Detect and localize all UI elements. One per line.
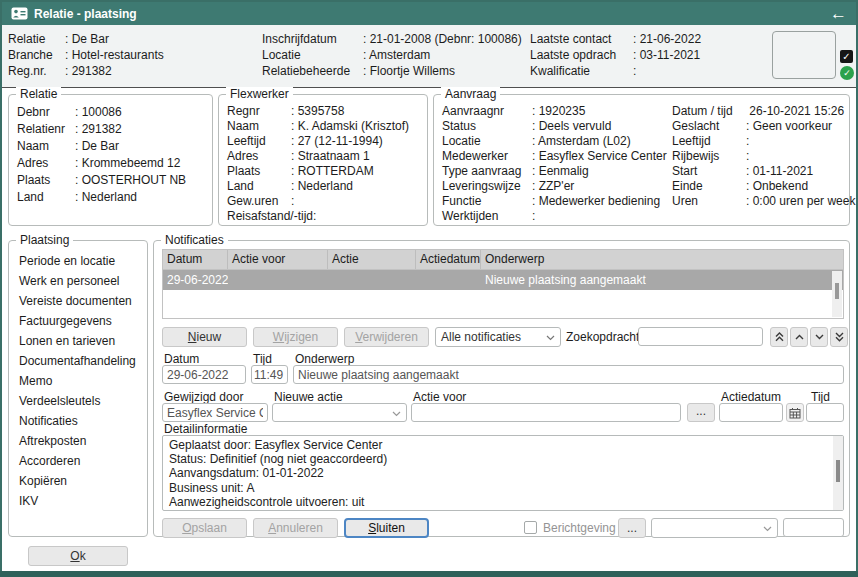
actie-voor-label: Actie voor bbox=[413, 390, 466, 404]
nav-next-button[interactable] bbox=[810, 327, 828, 347]
calendar-button[interactable] bbox=[786, 403, 804, 422]
relatie-groupbox: Relatie Debnr100086 Relatienr291382 Naam… bbox=[8, 94, 213, 226]
datum-input[interactable] bbox=[162, 365, 246, 384]
sidebar-item-kopieren[interactable]: Kopiëren bbox=[9, 471, 147, 491]
table-header-row: Datum Actie voor Actie Actiedatum Onderw… bbox=[163, 250, 843, 270]
contact-card-icon bbox=[11, 7, 28, 20]
sidebar-item-lonen-en-tarieven[interactable]: Lonen en tarieven bbox=[9, 331, 147, 351]
relatie-row-adres: AdresKrommebeemd 12 bbox=[17, 155, 210, 172]
tijd-input[interactable] bbox=[251, 365, 288, 384]
table-scrollbar[interactable] bbox=[832, 271, 842, 317]
aanvraag-row-werktijden: Werktijden bbox=[442, 209, 667, 224]
sluiten-button[interactable]: Sluiten bbox=[344, 518, 429, 538]
sidebar-item-vereiste-documenten[interactable]: Vereiste documenten bbox=[9, 291, 147, 311]
sidebar-item-aftrekposten[interactable]: Aftrekposten bbox=[9, 431, 147, 451]
ok-button[interactable]: Ok bbox=[28, 546, 128, 566]
tijd-label: Tijd bbox=[253, 352, 272, 366]
relatie-row-relatienr: Relatienr291382 bbox=[17, 121, 210, 138]
header-col-right: Laatste contact21-06-2022 Laatste opdrac… bbox=[530, 31, 701, 79]
header-field-inschrijfdatum: Inschrijfdatum21-01-2008 (Debnr: 100086) bbox=[262, 31, 522, 47]
detail-scrollbar[interactable] bbox=[833, 436, 843, 510]
header-field-kwalificatie: Kwalificatie bbox=[530, 63, 701, 79]
berichtgeving-browse-button[interactable]: ... bbox=[618, 518, 646, 538]
back-arrow-icon[interactable]: ← bbox=[830, 4, 847, 24]
flexwerker-row-gewuren: Gew.uren bbox=[227, 194, 425, 209]
flexwerker-row-plaats: PlaatsROTTERDAM bbox=[227, 164, 425, 179]
sidebar-item-werk-en-personeel[interactable]: Werk en personeel bbox=[9, 271, 147, 291]
nieuwe-actie-label: Nieuwe actie bbox=[274, 390, 343, 404]
cell-datum: 29-06-2022 bbox=[163, 270, 228, 290]
flexwerker-row-land: LandNederland bbox=[227, 179, 425, 194]
verwijderen-button[interactable]: Verwijderen bbox=[344, 327, 429, 347]
column-header-actiedatum[interactable]: Actiedatum bbox=[416, 250, 481, 269]
relatie-row-naam: NaamDe Bar bbox=[17, 138, 210, 155]
chevron-double-down-icon bbox=[835, 332, 844, 342]
aanvraag-row-einde: EindeOnbekend bbox=[672, 179, 855, 194]
photo-placeholder bbox=[772, 31, 836, 79]
aanvraag-group-title: Aanvraag bbox=[441, 87, 500, 101]
chevron-down-icon bbox=[392, 411, 401, 417]
plaatsing-group-title: Plaatsing bbox=[16, 233, 73, 247]
aanvraag-row-datumtijd: Datum / tijd26-10-2021 15:26 bbox=[672, 104, 855, 119]
sidebar-item-factuurgegevens[interactable]: Factuurgegevens bbox=[9, 311, 147, 331]
flexwerker-row-reisafstand: Reisafstand/-tijd: bbox=[227, 209, 425, 224]
header-field-laatste-contact: Laatste contact21-06-2022 bbox=[530, 31, 701, 47]
sidebar-item-documentafhandeling[interactable]: Documentafhandeling bbox=[9, 351, 147, 371]
gewijzigd-door-label: Gewijzigd door bbox=[164, 390, 243, 404]
window: Relatie - plaatsing ← RelatieDe Bar Bran… bbox=[0, 0, 858, 577]
actie-voor-browse-button[interactable]: ... bbox=[687, 403, 715, 422]
sidebar-item-ikv[interactable]: IKV bbox=[9, 491, 147, 511]
berichtgeving-extra-input[interactable] bbox=[783, 518, 844, 537]
flexwerker-groupbox: Flexwerker Regnr5395758 NaamK. Adamski (… bbox=[218, 94, 428, 226]
detail-scrollbar-thumb[interactable] bbox=[836, 460, 840, 482]
annuleren-button[interactable]: Annuleren bbox=[253, 518, 338, 538]
relatie-group-title: Relatie bbox=[16, 87, 61, 101]
sidebar-item-notificaties[interactable]: Notificaties bbox=[9, 411, 147, 431]
berichtgeving-label: Berichtgeving bbox=[543, 521, 616, 535]
nav-prev-button[interactable] bbox=[790, 327, 808, 347]
header-field-laatste-opdracht: Laatste opdrach03-11-2021 bbox=[530, 47, 701, 63]
nav-last-button[interactable] bbox=[830, 327, 848, 347]
actie-voor-input[interactable] bbox=[411, 403, 681, 422]
cell-actiedatum bbox=[416, 270, 481, 290]
aanvraag-row-status: StatusDeels vervuld bbox=[442, 119, 667, 134]
aanvraag-row-medewerker: MedewerkerEasyflex Service Center bbox=[442, 149, 667, 164]
titlebar[interactable]: Relatie - plaatsing ← bbox=[2, 2, 856, 25]
nieuw-button[interactable]: Nieuw bbox=[162, 327, 247, 347]
opslaan-button[interactable]: Opslaan bbox=[162, 518, 247, 538]
column-header-actie-voor[interactable]: Actie voor bbox=[228, 250, 328, 269]
notification-row-selected[interactable]: 29-06-2022 Nieuwe plaatsing aangemaakt bbox=[163, 270, 843, 290]
sidebar-item-verdeelsleutels[interactable]: Verdeelsleutels bbox=[9, 391, 147, 411]
notification-filter-select[interactable]: Alle notificaties bbox=[435, 327, 561, 347]
notifications-table: Datum Actie voor Actie Actiedatum Onderw… bbox=[162, 249, 844, 319]
column-header-actie[interactable]: Actie bbox=[328, 250, 416, 269]
header-col-left: RelatieDe Bar BrancheHotel-restaurants R… bbox=[8, 31, 164, 79]
sidebar-item-accorderen[interactable]: Accorderen bbox=[9, 451, 147, 471]
gewijzigd-door-input[interactable] bbox=[162, 403, 268, 422]
chevron-double-up-icon bbox=[775, 332, 784, 342]
sidebar-item-periode-en-locatie[interactable]: Periode en locatie bbox=[9, 251, 147, 271]
actiedatum-input[interactable] bbox=[719, 403, 783, 422]
wijzigen-button[interactable]: Wijzigen bbox=[253, 327, 338, 347]
berichtgeving-select[interactable] bbox=[651, 518, 778, 538]
tijd2-input[interactable] bbox=[806, 403, 844, 422]
aanvraag-row-start: Start01-11-2021 bbox=[672, 164, 855, 179]
onderwerp-label: Onderwerp bbox=[295, 352, 354, 366]
aanvraag-row-geslacht: GeslachtGeen voorkeur bbox=[672, 119, 855, 134]
nav-first-button[interactable] bbox=[770, 327, 788, 347]
search-input[interactable] bbox=[638, 327, 763, 346]
aanvraag-row-type: Type aanvraagEenmalig bbox=[442, 164, 667, 179]
aanvraag-row-aanvraagnr: Aanvraagnr1920235 bbox=[442, 104, 667, 119]
onderwerp-input[interactable] bbox=[293, 365, 844, 384]
aanvraag-row-functie: FunctieMedewerker bediening bbox=[442, 194, 667, 209]
window-bottom-border bbox=[0, 571, 858, 577]
detailinformatie-textarea[interactable]: Geplaatst door: Easyflex Service Center … bbox=[162, 435, 844, 511]
table-scrollbar-thumb[interactable] bbox=[835, 283, 839, 299]
nieuwe-actie-select[interactable] bbox=[272, 403, 407, 422]
column-header-datum[interactable]: Datum bbox=[163, 250, 228, 269]
column-header-onderwerp[interactable]: Onderwerp bbox=[481, 250, 843, 269]
black-checkbox-icon[interactable]: ✓ bbox=[840, 50, 853, 63]
sidebar-item-memo[interactable]: Memo bbox=[9, 371, 147, 391]
berichtgeving-checkbox[interactable] bbox=[524, 521, 537, 534]
datum-label: Datum bbox=[164, 352, 199, 366]
